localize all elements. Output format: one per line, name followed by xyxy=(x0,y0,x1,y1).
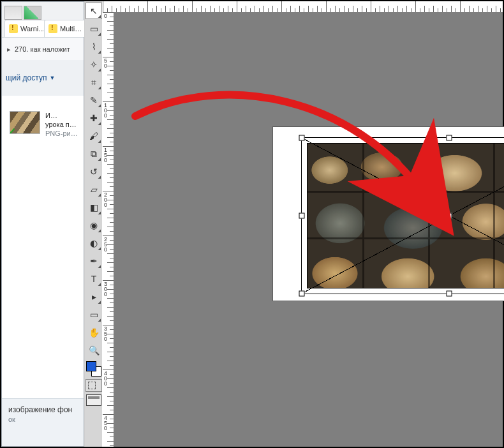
tab-multi[interactable]: Multi… xyxy=(44,20,90,37)
quick-mask-toggle[interactable] xyxy=(85,379,102,392)
share-label: щий доступ xyxy=(6,73,47,82)
placed-image-transform[interactable] xyxy=(308,144,504,288)
brush-tool[interactable]: 🖌 xyxy=(85,128,102,144)
file-type-line: PNG-ри… xyxy=(45,129,78,138)
editor-app: ↖▭⌇✧⌗✎✚🖌⧉↺▱◧◉◐✒T▸▭✋🔍 0501001502002503003… xyxy=(84,1,503,447)
color-swatches[interactable] xyxy=(86,361,101,377)
flyout-indicator-icon xyxy=(98,51,101,54)
path-selection-tool[interactable]: ▸ xyxy=(85,288,102,305)
flyout-indicator-icon xyxy=(98,158,101,161)
flyout-indicator-icon xyxy=(98,194,101,197)
lasso-tool[interactable]: ⌇ xyxy=(85,38,102,55)
ruler-tick-label: 200 xyxy=(104,192,107,207)
file-meta: И… урока п… PNG-ри… xyxy=(45,111,78,138)
tab-thumbnail[interactable] xyxy=(4,6,22,20)
flyout-indicator-icon xyxy=(98,283,101,286)
ruler-tick-label: 0 xyxy=(104,13,107,19)
ruler-tick-label: 100 xyxy=(104,103,107,118)
share-menu[interactable]: щий доступ ▼ xyxy=(6,73,55,82)
ruler-tick-label: 50 xyxy=(104,58,107,68)
flyout-indicator-icon xyxy=(98,319,101,322)
ruler-tick-label: 300 xyxy=(104,281,107,297)
flyout-indicator-icon xyxy=(98,123,101,125)
type-tool[interactable]: T xyxy=(85,271,102,287)
ruler-tick-label: 450 xyxy=(104,415,107,431)
footer-line: изображение фон xyxy=(8,405,77,414)
flyout-indicator-icon xyxy=(98,248,101,250)
crop-tool[interactable]: ⌗ xyxy=(85,74,102,91)
flyout-indicator-icon xyxy=(98,33,101,36)
flyout-indicator-icon xyxy=(98,69,101,71)
breadcrumb-item: 270. как наложит xyxy=(15,45,70,53)
footer-line: ок xyxy=(8,415,77,423)
flyout-indicator-icon xyxy=(98,140,101,143)
clone-stamp-tool[interactable]: ⧉ xyxy=(85,146,102,162)
ruler-tick-label: 350 xyxy=(104,326,107,341)
foreground-color-swatch[interactable] xyxy=(86,361,96,371)
marquee-tool[interactable]: ▭ xyxy=(85,20,102,37)
file-browser-toolbar: щий доступ ▼ xyxy=(2,60,84,96)
file-name-line: И… xyxy=(45,111,78,120)
ruler-tick-label: 250 xyxy=(104,237,107,252)
shape-tool[interactable]: ▭ xyxy=(85,306,102,323)
ruler-tick-label: 150 xyxy=(104,147,107,163)
file-browser-tabstrip: Warni… Multi… xyxy=(2,2,84,37)
warning-icon xyxy=(48,24,57,33)
healing-brush-tool[interactable]: ✚ xyxy=(85,110,102,126)
eraser-tool[interactable]: ▱ xyxy=(85,181,102,198)
tab-label: Multi… xyxy=(60,25,82,33)
blur-tool[interactable]: ◉ xyxy=(85,217,102,234)
history-brush-tool[interactable]: ↺ xyxy=(85,163,102,180)
flyout-indicator-icon xyxy=(98,87,101,89)
tab-thumbnail[interactable] xyxy=(24,6,41,20)
flyout-indicator-icon xyxy=(98,176,101,179)
eyedropper-tool[interactable]: ✎ xyxy=(85,92,102,108)
checkmark-icon xyxy=(10,127,17,134)
ruler-vertical[interactable]: 050100150200250300350400450 xyxy=(103,12,114,447)
magic-wand-tool[interactable]: ✧ xyxy=(85,56,102,73)
chevron-right-icon: ▸ xyxy=(7,45,11,54)
dodge-tool[interactable]: ◐ xyxy=(85,235,102,251)
flyout-indicator-icon xyxy=(98,15,101,18)
flyout-indicator-icon xyxy=(98,212,101,214)
breadcrumb[interactable]: ▸ 270. как наложит xyxy=(2,37,84,61)
ruler-tick-label: 400 xyxy=(104,371,107,386)
file-list: И… урока п… PNG-ри… xyxy=(2,96,84,408)
flyout-indicator-icon xyxy=(98,301,101,304)
tab-thumbnails xyxy=(4,6,43,19)
warning-icon xyxy=(9,24,18,33)
flyout-indicator-icon xyxy=(98,265,101,268)
file-browser-footer: изображение фон ок xyxy=(2,398,84,446)
flyout-indicator-icon xyxy=(98,230,101,232)
zoom-tool[interactable]: 🔍 xyxy=(85,342,102,359)
canvas-area[interactable] xyxy=(114,12,503,447)
tab-label: Warni… xyxy=(20,25,45,33)
move-tool[interactable]: ↖ xyxy=(85,3,102,19)
pen-tool[interactable]: ✒ xyxy=(85,253,102,269)
toolbox: ↖▭⌇✧⌗✎✚🖌⧉↺▱◧◉◐✒T▸▭✋🔍 xyxy=(85,1,103,447)
file-item[interactable]: И… урока п… PNG-ри… xyxy=(10,111,80,138)
file-browser-panel: Warni… Multi… ▸ 270. как наложит щий дос… xyxy=(1,1,84,447)
gradient-tool[interactable]: ◧ xyxy=(85,199,102,216)
screen-mode-button[interactable] xyxy=(86,394,101,406)
chevron-down-icon: ▼ xyxy=(49,75,55,81)
ruler-horizontal[interactable] xyxy=(103,1,503,13)
file-name-line: урока п… xyxy=(45,120,78,129)
placed-image[interactable] xyxy=(308,144,504,288)
file-thumbnail xyxy=(10,111,40,134)
flyout-indicator-icon xyxy=(98,105,101,107)
hand-tool[interactable]: ✋ xyxy=(85,324,102,341)
